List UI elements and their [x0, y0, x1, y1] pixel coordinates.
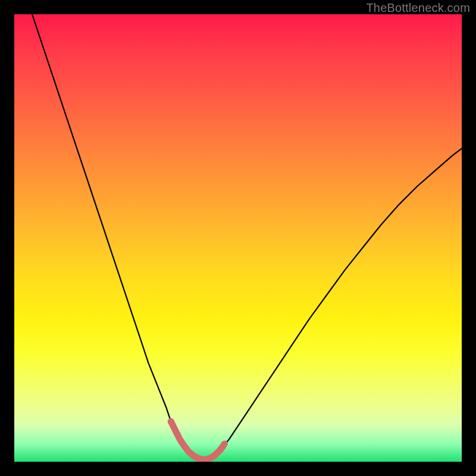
watermark-text: TheBottleneck.com	[366, 1, 470, 15]
bottleneck-curve	[32, 14, 462, 459]
chart-frame: TheBottleneck.com	[0, 0, 476, 476]
curve-svg-layer	[14, 14, 462, 462]
plot-area	[14, 14, 462, 462]
bottleneck-highlight	[171, 421, 224, 459]
